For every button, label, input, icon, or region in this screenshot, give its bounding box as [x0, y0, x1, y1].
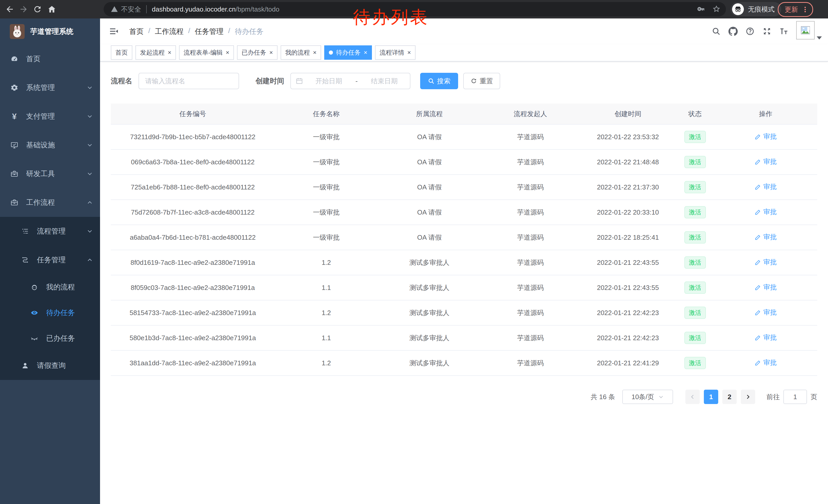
process: 测试多审批人	[378, 250, 481, 275]
approve-link[interactable]: 审批	[755, 308, 777, 317]
close-icon[interactable]: ×	[364, 49, 367, 56]
search-icon[interactable]	[711, 27, 721, 36]
goto-page-input[interactable]	[783, 390, 807, 404]
browser-home-icon[interactable]	[47, 5, 56, 14]
status-badge: 激活	[685, 231, 706, 243]
end-date-placeholder: 结束日期	[359, 77, 410, 86]
approve-link[interactable]: 审批	[755, 182, 777, 191]
create-time: 2022-01-22 20:33:10	[580, 200, 676, 225]
tab-form-edit[interactable]: 流程表单-编辑×	[179, 45, 234, 60]
approve-link[interactable]: 审批	[755, 333, 777, 342]
close-icon[interactable]: ×	[407, 49, 411, 56]
process-name-input[interactable]	[138, 73, 239, 89]
robot-icon	[30, 283, 38, 291]
approve-link[interactable]: 审批	[755, 283, 777, 292]
create-time: 2022-01-21 22:43:55	[580, 275, 676, 300]
prev-page-button[interactable]	[686, 390, 700, 404]
page-size-select[interactable]: 10条/页	[622, 390, 673, 404]
initiator: 芋道源码	[481, 300, 580, 325]
sidebar-item-payment[interactable]: ¥ 支付管理	[0, 102, 100, 131]
browser-menu-icon[interactable]	[801, 6, 809, 13]
task-name: 一级审批	[275, 225, 378, 250]
breadcrumb-workflow[interactable]: 工作流程	[155, 27, 184, 36]
divider	[146, 5, 147, 13]
browser-reload-icon[interactable]	[33, 5, 42, 14]
sidebar-item-label: 研发工具	[26, 169, 55, 179]
status-badge: 激活	[685, 131, 706, 143]
incognito-label: 无痕模式	[748, 5, 775, 14]
sidebar-collapse-icon[interactable]	[109, 26, 119, 36]
tab-process-detail[interactable]: 流程详情×	[375, 45, 416, 60]
font-size-icon[interactable]	[779, 27, 788, 36]
sidebar-item-dev-tools[interactable]: 研发工具	[0, 159, 100, 188]
sidebar-item-workflow[interactable]: 工作流程	[0, 188, 100, 217]
chevron-down-icon	[87, 142, 93, 148]
tab-home[interactable]: 首页	[111, 45, 132, 60]
sidebar-item-task-mgmt[interactable]: 任务管理	[0, 245, 100, 274]
sidebar-item-my-process[interactable]: 我的流程	[0, 274, 100, 300]
browser-forward-icon[interactable]	[19, 5, 28, 14]
sidebar-item-home[interactable]: 首页	[0, 45, 100, 73]
approve-link[interactable]: 审批	[755, 208, 777, 216]
bookmark-star-icon[interactable]	[712, 5, 721, 13]
create-time: 2022-01-22 21:48:48	[580, 149, 676, 175]
filter-form: 流程名 创建时间 开始日期 - 结束日期 搜索	[111, 73, 817, 89]
close-icon[interactable]: ×	[226, 49, 229, 56]
chevron-down-icon[interactable]	[817, 36, 822, 40]
tab-start-process[interactable]: 发起流程×	[135, 45, 176, 60]
task-id: 381aa1dd-7ac8-11ec-a9e2-a2380e71991a	[111, 351, 275, 375]
next-page-button[interactable]	[741, 390, 755, 404]
approve-link[interactable]: 审批	[755, 358, 777, 367]
sidebar-item-done-tasks[interactable]: 已办任务	[0, 326, 100, 351]
page-unit-label: 页	[811, 393, 817, 402]
column-header: 创建时间	[580, 103, 676, 124]
tab-todo-tasks[interactable]: 待办任务×	[324, 45, 372, 60]
initiator: 芋道源码	[481, 351, 580, 375]
sidebar-item-infra[interactable]: 基础设施	[0, 131, 100, 159]
toolbox-icon	[10, 170, 18, 178]
tab-my-process[interactable]: 我的流程×	[281, 45, 321, 60]
fullscreen-icon[interactable]	[762, 27, 772, 36]
page-button-1[interactable]: 1	[704, 390, 718, 404]
reset-button[interactable]: 重置	[463, 73, 500, 89]
workflow-submenu: 流程管理 任务管理 我的流程	[0, 217, 100, 380]
table-row: 8f0d1619-7ac8-11ec-a9e2-a2380e71991a 1.2…	[111, 250, 817, 275]
sidebar-item-label: 系统管理	[26, 83, 55, 93]
column-header: 操作	[714, 103, 817, 124]
chevron-up-icon	[87, 199, 93, 205]
close-icon[interactable]: ×	[269, 49, 273, 56]
status-badge: 激活	[685, 332, 706, 344]
task-name: 一级审批	[275, 124, 378, 149]
github-icon[interactable]	[729, 27, 738, 36]
table-header-row: 任务编号 任务名称 所属流程 流程发起人 创建时间 状态 操作	[111, 103, 817, 124]
approve-link[interactable]: 审批	[755, 258, 777, 267]
sidebar-item-todo-tasks[interactable]: 待办任务	[0, 300, 100, 326]
help-icon[interactable]	[745, 27, 755, 36]
breadcrumb-separator: /	[188, 27, 190, 36]
breadcrumb-home[interactable]: 首页	[129, 27, 143, 36]
task-id: a6aba0a4-7b6d-11ec-b781-acde48001122	[111, 225, 275, 250]
search-button[interactable]: 搜索	[420, 73, 458, 89]
close-icon[interactable]: ×	[313, 49, 317, 56]
tab-done-tasks[interactable]: 已办任务×	[237, 45, 278, 60]
browser-update-button[interactable]: 更新	[778, 2, 813, 17]
initiator: 芋道源码	[481, 175, 580, 200]
initiator: 芋道源码	[481, 200, 580, 225]
browser-back-icon[interactable]	[5, 5, 14, 14]
page-button-2[interactable]: 2	[722, 390, 737, 404]
sidebar-item-label: 首页	[26, 54, 41, 64]
sidebar-item-leave-query[interactable]: 请假查询	[0, 351, 100, 380]
sidebar-item-label: 支付管理	[26, 111, 55, 121]
approve-link[interactable]: 审批	[755, 132, 777, 141]
calendar-icon	[295, 77, 303, 85]
avatar[interactable]	[796, 21, 815, 40]
approve-link[interactable]: 审批	[755, 232, 777, 241]
date-range-picker[interactable]: 开始日期 - 结束日期	[290, 73, 410, 89]
sidebar-item-process-mgmt[interactable]: 流程管理	[0, 217, 100, 245]
key-icon[interactable]	[697, 5, 705, 13]
close-icon[interactable]: ×	[168, 49, 171, 56]
sidebar-item-system[interactable]: 系统管理	[0, 73, 100, 102]
app-logo-row[interactable]: 芋道管理系统	[0, 18, 100, 45]
breadcrumb-task-mgmt[interactable]: 任务管理	[195, 27, 224, 36]
approve-link[interactable]: 审批	[755, 157, 777, 166]
